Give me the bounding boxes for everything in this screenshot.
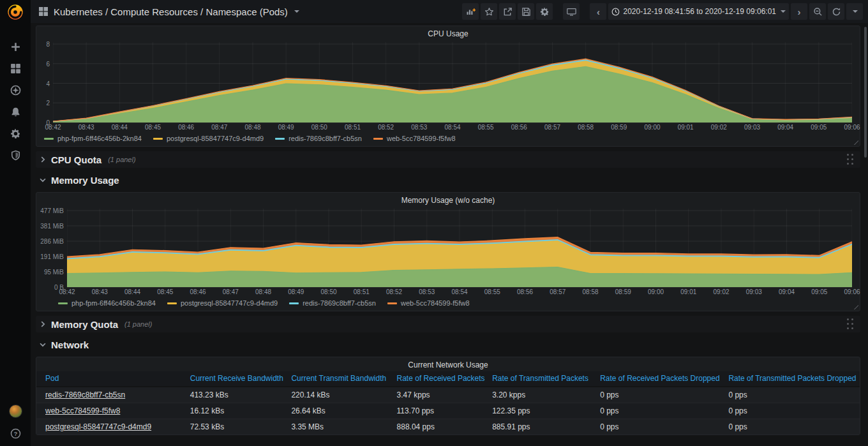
scrollbar-thumb[interactable]	[864, 27, 867, 158]
panel-title[interactable]: CPU Usage	[36, 26, 860, 40]
y-axis-label: 477 MiB	[40, 207, 64, 214]
table-row: postgresql-85847747c9-d4md972.53 kBs3.35…	[36, 419, 860, 435]
legend-item[interactable]: postgresql-85847747c9-d4md9	[153, 135, 264, 142]
legend-item[interactable]: php-fpm-6ff46c456b-2kn84	[58, 299, 156, 307]
legend-item[interactable]: web-5cc784599-f5fw8	[373, 135, 456, 142]
x-axis-label: 09:03	[746, 288, 762, 295]
table-row: redis-7869c8bff7-cb5sn413.23 kBs220.14 k…	[36, 387, 860, 403]
column-header[interactable]: Rate of Received Packets	[393, 371, 489, 387]
scrollbar-track[interactable]	[863, 23, 868, 446]
legend-series-name: redis-7869c8bff7-cb5sn	[288, 135, 362, 142]
x-axis-label: 08:57	[550, 288, 565, 295]
column-header[interactable]: Current Receive Bandwidth	[186, 371, 288, 387]
clock-icon	[611, 8, 620, 16]
x-axis-label: 08:43	[79, 124, 94, 131]
row-panel-count: (1 panel)	[108, 156, 135, 163]
page-title: Kubernetes / Compute Resources / Namespa…	[54, 6, 288, 17]
user-avatar[interactable]	[9, 405, 22, 418]
x-axis-label: 08:54	[451, 288, 467, 295]
pod-link[interactable]: redis-7869c8bff7-cb5sn	[45, 390, 125, 399]
legend-item[interactable]: php-fpm-6ff46c456b-2kn84	[44, 135, 142, 142]
time-back-button[interactable]: ‹	[590, 3, 606, 20]
save-button[interactable]	[518, 3, 534, 20]
x-axis-label: 08:45	[157, 288, 173, 295]
y-axis-label: 95 MiB	[44, 268, 64, 275]
value-cell: 888.04 pps	[393, 419, 489, 435]
x-axis-label: 08:46	[178, 124, 194, 131]
pod-cell[interactable]: web-5cc784599-f5fw8	[36, 403, 186, 419]
column-header[interactable]: Rate of Transmitted Packets Dropped	[724, 371, 860, 387]
time-range-picker[interactable]: 2020-12-19 08:41:56 to 2020-12-19 09:06:…	[608, 3, 789, 20]
refresh-interval-dropdown[interactable]	[846, 3, 863, 20]
legend-series-name: redis-7869c8bff7-cb5sn	[303, 299, 376, 307]
panel-current-network-usage: Current Network Usage PodCurrent Receive…	[36, 357, 860, 435]
add-panel-button[interactable]	[462, 3, 479, 20]
help-icon[interactable]: ?	[6, 427, 25, 440]
value-cell: 885.91 pps	[488, 419, 596, 435]
chevron-down-icon	[294, 10, 299, 13]
row-network[interactable]: Network	[36, 336, 860, 353]
pod-cell[interactable]: redis-7869c8bff7-cb5sn	[36, 387, 186, 403]
value-cell: 3.47 kpps	[393, 387, 489, 403]
time-forward-button[interactable]: ›	[791, 3, 807, 20]
chevron-down-icon	[38, 175, 47, 184]
x-axis-label: 08:46	[190, 288, 206, 295]
svg-text:?: ?	[13, 430, 17, 436]
explore-compass-icon[interactable]	[6, 84, 25, 96]
column-header[interactable]: Current Transmit Bandwidth	[287, 371, 393, 387]
dashboard-canvas: CPU Usage 0246808:4208:4308:4408:4508:46…	[31, 23, 868, 446]
memory-usage-chart: 0 B95 MiB191 MiB286 MiB381 MiB477 MiB08:…	[36, 207, 860, 311]
row-drag-handle[interactable]	[847, 154, 854, 165]
time-range-text: 2020-12-19 08:41:56 to 2020-12-19 09:06:…	[623, 7, 776, 16]
chart-plot-area[interactable]	[53, 40, 852, 123]
panel-memory-usage: Memory Usage (w/o cache) 0 B95 MiB191 Mi…	[36, 192, 860, 311]
server-admin-shield-icon[interactable]	[6, 149, 25, 161]
y-axis-label: 6	[46, 60, 50, 67]
panel-title[interactable]: Memory Usage (w/o cache)	[36, 193, 860, 207]
row-cpu-quota[interactable]: CPU Quota (1 panel)	[36, 151, 860, 168]
zoom-out-button[interactable]	[809, 3, 826, 20]
grafana-logo-icon[interactable]	[6, 3, 24, 21]
panel-title[interactable]: Current Network Usage	[36, 357, 860, 371]
dashboard-title-button[interactable]: Kubernetes / Compute Resources / Namespa…	[38, 6, 299, 17]
x-axis-label: 08:48	[255, 288, 271, 295]
row-panel-count: (1 panel)	[124, 320, 152, 328]
value-cell: 0 pps	[724, 387, 860, 403]
x-axis-label: 08:53	[411, 124, 427, 131]
value-cell: 3.20 kpps	[488, 387, 596, 403]
legend-item[interactable]: redis-7869c8bff7-cb5sn	[289, 299, 376, 307]
chart-plot-area[interactable]	[67, 207, 852, 288]
value-cell: 113.70 pps	[393, 403, 489, 419]
x-axis-label: 08:57	[544, 124, 560, 131]
row-drag-handle[interactable]	[847, 318, 854, 330]
dashboards-icon[interactable]	[6, 62, 25, 75]
x-axis-label: 08:55	[478, 124, 494, 131]
cpu-usage-chart: 0246808:4208:4308:4408:4508:4608:4708:48…	[36, 40, 860, 146]
legend-item[interactable]: web-5cc784599-f5fw8	[387, 299, 470, 307]
pod-cell[interactable]: postgresql-85847747c9-d4md9	[36, 419, 186, 435]
row-memory-usage[interactable]: Memory Usage	[36, 172, 860, 188]
x-axis-label: 08:52	[378, 124, 394, 131]
x-axis-label: 09:04	[779, 288, 795, 295]
pod-link[interactable]: web-5cc784599-f5fw8	[45, 406, 120, 415]
row-memory-quota[interactable]: Memory Quota (1 panel)	[36, 316, 860, 332]
refresh-button[interactable]	[828, 3, 844, 20]
legend-series-name: php-fpm-6ff46c456b-2kn84	[71, 299, 156, 307]
share-button[interactable]	[499, 3, 516, 20]
star-button[interactable]	[481, 3, 497, 20]
add-icon[interactable]	[6, 40, 25, 53]
legend-item[interactable]: redis-7869c8bff7-cb5sn	[275, 135, 362, 142]
value-cell: 0 pps	[596, 419, 724, 435]
column-header[interactable]: Pod	[36, 371, 186, 387]
cycle-view-monitor-icon[interactable]	[563, 3, 580, 20]
alerting-bell-icon[interactable]	[6, 105, 25, 118]
configuration-gear-icon[interactable]	[6, 127, 25, 140]
column-header[interactable]: Rate of Transmitted Packets	[488, 371, 596, 387]
column-header[interactable]: Rate of Received Packets Dropped	[596, 371, 724, 387]
dashboard-settings-gear-icon[interactable]	[536, 3, 553, 20]
value-cell: 0 pps	[596, 403, 724, 419]
legend-color-dash	[153, 138, 163, 140]
legend-item[interactable]: postgresql-85847747c9-d4md9	[167, 299, 278, 307]
grafana-app: ? Kubernetes / Compute Resources / Names…	[0, 0, 868, 446]
pod-link[interactable]: postgresql-85847747c9-d4md9	[45, 422, 151, 431]
